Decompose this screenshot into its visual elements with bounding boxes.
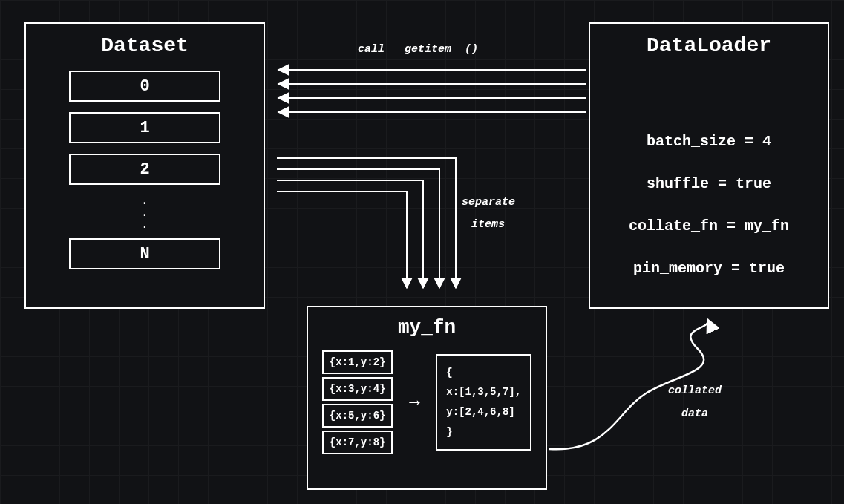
input-item: {x:1,y:2} xyxy=(322,350,393,374)
label-collated-data: collated xyxy=(668,384,722,397)
output-line: { xyxy=(446,363,521,383)
myfn-output: { x:[1,3,5,7], y:[2,4,6,8] } xyxy=(436,354,531,451)
dataset-item: 2 xyxy=(69,154,220,185)
output-line: x:[1,3,5,7], xyxy=(446,382,521,402)
myfn-title: my_fn xyxy=(308,316,546,338)
output-line: } xyxy=(446,422,521,442)
input-item: {x:3,y:4} xyxy=(322,377,393,401)
input-item: {x:7,y:8} xyxy=(322,431,393,454)
arrow-icon: → xyxy=(409,393,419,413)
config-line: pin_memory = true xyxy=(590,260,828,277)
ellipsis: . xyxy=(26,207,264,217)
dataset-item: 1 xyxy=(69,112,220,143)
label-call-getitem: call __getitem__() xyxy=(358,43,478,56)
config-line: collate_fn = my_fn xyxy=(590,217,828,235)
dataloader-box: DataLoader batch_size = 4 shuffle = true… xyxy=(589,22,829,309)
label-separate-items: items xyxy=(471,218,505,231)
input-item: {x:5,y:6} xyxy=(322,404,393,428)
dataset-item: 0 xyxy=(69,71,220,102)
config-line: batch_size = 4 xyxy=(590,133,828,150)
dataset-item: N xyxy=(69,238,220,269)
label-separate-items: separate xyxy=(462,196,515,209)
label-collated-data: data xyxy=(681,408,708,420)
myfn-box: my_fn {x:1,y:2} {x:3,y:4} {x:5,y:6} {x:7… xyxy=(307,306,547,490)
dataset-box: Dataset 0 1 2 . . . N xyxy=(24,22,265,309)
dataset-title: Dataset xyxy=(26,34,264,57)
myfn-inputs: {x:1,y:2} {x:3,y:4} {x:5,y:6} {x:7,y:8} xyxy=(322,350,393,454)
config-line: shuffle = true xyxy=(590,175,828,192)
output-line: y:[2,4,6,8] xyxy=(446,402,521,422)
ellipsis: . xyxy=(26,219,264,229)
dataloader-title: DataLoader xyxy=(590,34,828,57)
ellipsis: . xyxy=(26,195,264,206)
